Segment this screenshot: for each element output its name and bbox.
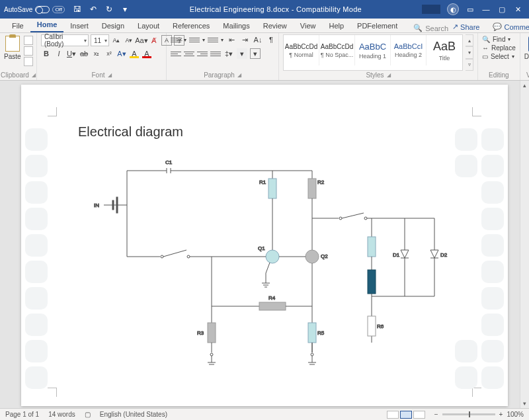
font-color-icon[interactable]: A (142, 48, 152, 59)
svg-text:R6: R6 (377, 323, 384, 329)
align-left-icon[interactable] (171, 49, 181, 58)
undo-icon[interactable]: ↶ (89, 5, 98, 14)
multilevel-icon[interactable] (208, 35, 218, 44)
vertical-scrollbar[interactable]: ▴ ▾ (520, 81, 529, 408)
show-marks-icon[interactable]: ¶ (266, 34, 276, 45)
underline-button[interactable]: U▾ (66, 48, 77, 59)
tab-mailings[interactable]: Mailings (216, 19, 256, 32)
zoom-control[interactable]: − + 100% (434, 411, 524, 418)
page: Electrical diagram IN C1 R1 (21, 85, 508, 406)
redo-icon[interactable]: ↻ (104, 5, 114, 14)
format-painter-icon[interactable] (24, 57, 33, 66)
increase-indent-icon[interactable]: ⇥ (239, 34, 250, 45)
zoom-slider[interactable] (442, 413, 495, 415)
justify-icon[interactable] (210, 49, 221, 58)
zoom-in-icon[interactable]: + (499, 411, 503, 418)
bold-button[interactable]: B (41, 48, 52, 59)
replace-icon: ↔ (482, 44, 489, 52)
sort-icon[interactable]: A↓ (253, 34, 263, 45)
italic-button[interactable]: I (54, 48, 64, 59)
numbering-icon[interactable] (189, 35, 200, 44)
superscript-button[interactable]: x² (104, 48, 114, 59)
shrink-font-icon[interactable]: A▾ (124, 35, 134, 46)
avatar-icon[interactable]: ◐ (447, 3, 459, 15)
change-case-icon[interactable]: Aa▾ (136, 35, 147, 46)
style-gallery[interactable]: AaBbCcDd¶ Normal AaBbCcDd¶ No Spac... Aa… (283, 34, 463, 71)
read-mode-icon[interactable] (387, 411, 399, 419)
tab-layout[interactable]: Layout (131, 19, 166, 32)
close-icon[interactable]: ✕ (513, 5, 522, 14)
bullets-icon[interactable] (171, 35, 181, 44)
tell-me-search[interactable]: 🔍 Search (413, 24, 448, 32)
subscript-button[interactable]: x₂ (91, 48, 102, 59)
style-heading-1[interactable]: AaBbCHeading 1 (355, 35, 391, 65)
copy-icon[interactable] (24, 46, 33, 56)
share-button[interactable]: ↗Share (448, 21, 483, 32)
minimize-icon[interactable]: — (481, 5, 491, 14)
share-icon: ↗ (452, 22, 458, 31)
scroll-down-icon[interactable]: ▾ (520, 399, 529, 408)
cut-icon[interactable] (24, 36, 33, 45)
save-icon[interactable]: 🖫 (73, 5, 82, 14)
dialog-launcher-icon[interactable]: ◢ (237, 72, 241, 78)
dialog-launcher-icon[interactable]: ◢ (387, 72, 391, 78)
tab-insert[interactable]: Insert (63, 19, 95, 32)
status-page[interactable]: Page 1 of 1 (5, 411, 39, 418)
scroll-up-icon[interactable]: ▴ (520, 81, 529, 90)
ribbon-options-icon[interactable]: ▭ (466, 5, 475, 14)
web-layout-icon[interactable] (413, 411, 425, 419)
zoom-value[interactable]: 100% (507, 411, 524, 418)
shading-icon[interactable]: ▾ (237, 48, 247, 59)
style-heading-2[interactable]: AaBbCcIHeading 2 (391, 35, 427, 65)
select-button[interactable]: ▭Select▾ (482, 53, 516, 60)
dialog-launcher-icon[interactable]: ◢ (32, 72, 36, 78)
dialog-launcher-icon[interactable]: ◢ (108, 72, 112, 78)
svg-point-57 (339, 217, 342, 220)
font-name-combo[interactable]: Calibri (Body) (41, 34, 89, 46)
svg-text:R3: R3 (197, 330, 204, 336)
tab-home[interactable]: Home (30, 18, 64, 32)
comments-button[interactable]: 💬Comments (489, 21, 529, 32)
style-title[interactable]: AaBTitle (427, 35, 462, 65)
grow-font-icon[interactable]: A▴ (111, 35, 122, 46)
tab-pdfelement[interactable]: PDFelement (350, 19, 404, 32)
decrease-indent-icon[interactable]: ⇤ (226, 34, 237, 45)
zoom-out-icon[interactable]: − (434, 411, 438, 418)
dictate-button[interactable]: Dictate (524, 34, 529, 60)
maximize-icon[interactable]: ▢ (497, 5, 507, 14)
gallery-scroll[interactable]: ▴▾▿ (466, 34, 473, 71)
status-words[interactable]: 14 words (48, 411, 75, 418)
quick-access-toolbar: 🖫 ↶ ↻ ▾ (73, 5, 130, 14)
tab-file[interactable]: File (5, 19, 30, 32)
spellcheck-icon[interactable]: ▢ (85, 411, 91, 418)
autosave-toggle[interactable]: AutoSave Off (4, 6, 65, 13)
tab-references[interactable]: References (166, 19, 216, 32)
style-no-spacing[interactable]: AaBbCcDd¶ No Spac... (319, 35, 355, 65)
svg-rect-2 (112, 200, 114, 210)
font-size-combo[interactable]: 11 (91, 34, 109, 46)
print-layout-icon[interactable] (400, 411, 412, 419)
align-center-icon[interactable] (184, 49, 194, 58)
style-normal[interactable]: AaBbCcDd¶ Normal (284, 35, 319, 65)
text-effects-icon[interactable]: A▾ (116, 48, 127, 59)
borders-icon[interactable]: ▾ (250, 48, 261, 59)
svg-text:C1: C1 (165, 159, 173, 165)
tab-review[interactable]: Review (257, 19, 294, 32)
svg-text:R4: R4 (268, 295, 276, 301)
find-button[interactable]: 🔍Find▾ (482, 36, 516, 43)
tab-help[interactable]: Help (322, 19, 350, 32)
tab-design[interactable]: Design (95, 19, 131, 32)
strike-button[interactable]: ab (79, 48, 89, 59)
align-right-icon[interactable] (197, 49, 208, 58)
clear-format-icon[interactable]: A̸ (149, 35, 159, 46)
highlight-icon[interactable]: A (129, 48, 140, 59)
status-language[interactable]: English (United States) (100, 411, 167, 418)
line-spacing-icon[interactable]: ‡▾ (224, 48, 234, 59)
group-font: Calibri (Body) 11 A▴ A▾ Aa▾ A̸ A 字 B I U… (37, 33, 167, 80)
tab-view[interactable]: View (294, 19, 323, 32)
paste-button[interactable]: Paste (4, 34, 21, 60)
svg-point-19 (266, 250, 279, 263)
qat-custom-icon[interactable]: ▾ (120, 5, 130, 14)
replace-button[interactable]: ↔Replace (482, 44, 516, 52)
document-area[interactable]: Electrical diagram IN C1 R1 (0, 81, 529, 408)
